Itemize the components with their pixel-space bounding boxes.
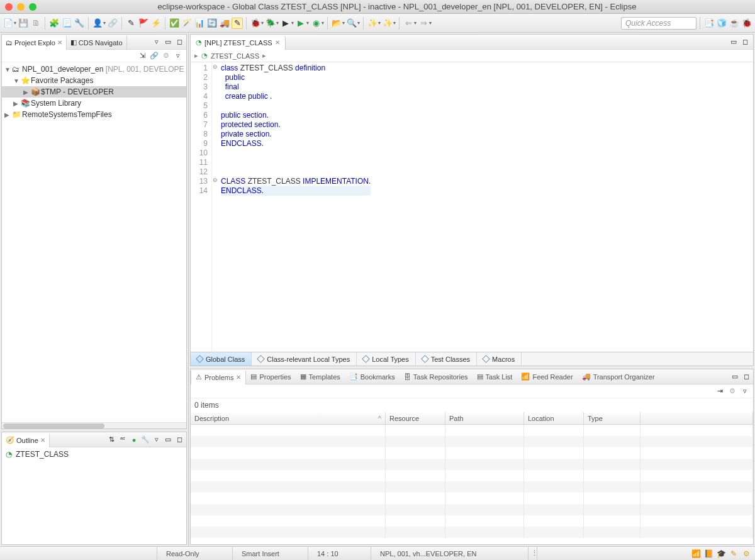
doc-icon[interactable]: 📃 xyxy=(61,18,72,29)
bottom-tab-transport-organizer[interactable]: 🚚Transport Organizer xyxy=(578,370,659,384)
tree-project-root[interactable]: ▼🗂 NPL_001_developer_en [NPL, 001, DEVEL… xyxy=(2,64,186,75)
close-icon[interactable]: ✕ xyxy=(275,39,280,46)
back-icon[interactable]: ⇐ xyxy=(403,18,414,29)
open-folder-icon[interactable]: 📂 xyxy=(331,18,342,29)
trace-icon[interactable]: 📊 xyxy=(194,18,205,29)
feed-icon[interactable]: 📶 xyxy=(691,549,701,559)
close-icon[interactable]: ✕ xyxy=(57,39,62,46)
breadcrumb-item[interactable]: ZTEST_CLASS xyxy=(211,52,259,60)
abap-open-icon[interactable]: 🧩 xyxy=(48,18,60,29)
maximize-icon[interactable]: ◻ xyxy=(175,38,184,47)
editor-subtab[interactable]: Local Types xyxy=(357,352,416,366)
minimize-icon[interactable]: ▭ xyxy=(164,435,172,444)
bottom-tab-properties[interactable]: ▤Properties xyxy=(246,370,295,384)
menu-icon[interactable]: ▿ xyxy=(174,51,182,60)
debug-icon[interactable]: 🐞 xyxy=(250,18,261,29)
chevron-down-icon[interactable]: ▿ xyxy=(152,38,161,47)
close-window[interactable] xyxy=(5,3,13,11)
code-content[interactable]: class ZTEST_CLASS definition public fina… xyxy=(212,62,371,352)
persp-debug-icon[interactable]: 🐞 xyxy=(741,18,752,29)
col-type[interactable]: Type xyxy=(584,412,640,424)
project-tree[interactable]: ▼🗂 NPL_001_developer_en [NPL, 001, DEVEL… xyxy=(2,62,186,422)
maximize-icon[interactable]: ◻ xyxy=(741,38,749,47)
user-icon[interactable]: 👤 xyxy=(92,18,103,29)
menu-icon[interactable]: ▿ xyxy=(741,387,749,396)
transport-icon[interactable]: 🚚 xyxy=(219,18,230,29)
minimize-icon[interactable]: ▭ xyxy=(730,372,739,381)
editor-subtab[interactable]: Class-relevant Local Types xyxy=(252,352,357,366)
check-flag-icon[interactable]: 🚩 xyxy=(138,18,149,29)
wand2-icon[interactable]: ✨ xyxy=(367,18,378,29)
cds-navigator-tab[interactable]: ◧ CDS Navigato xyxy=(67,36,127,50)
maximize-icon[interactable]: ◻ xyxy=(742,372,751,381)
editor-subtab[interactable]: Test Classes xyxy=(416,352,477,366)
code-editor[interactable]: 1234567891011121314 ⊖⊖ class ZTEST_CLASS… xyxy=(191,62,753,352)
tree-remote-systems[interactable]: ▶📁 RemoteSystemsTempFiles xyxy=(2,109,186,120)
zoom-window[interactable] xyxy=(29,3,36,11)
outline-tree[interactable]: ◔ ZTEST_CLASS xyxy=(2,447,186,544)
problems-table[interactable]: Description^ResourcePathLocationType xyxy=(191,412,753,544)
link-editor-icon[interactable]: 🔗 xyxy=(150,51,159,60)
bottom-tab-problems[interactable]: ⚠Problems✕ xyxy=(191,371,246,384)
outline-item[interactable]: ◔ ZTEST_CLASS xyxy=(2,449,186,460)
project-explorer-tab[interactable]: 🗂 Project Explo ✕ xyxy=(2,36,67,50)
bottom-tab-task-list[interactable]: ▤Task List xyxy=(473,370,517,384)
run-ext-icon[interactable]: ▶ xyxy=(295,18,306,29)
filter-icon[interactable]: ⚙ xyxy=(162,51,171,60)
gear-icon[interactable]: ⚙ xyxy=(728,387,737,396)
activate-icon[interactable]: ⚡ xyxy=(150,18,162,29)
save-all-icon[interactable]: 🗎 xyxy=(30,18,42,29)
link-icon[interactable]: 🔗 xyxy=(107,18,118,29)
fwd-icon[interactable]: ⇒ xyxy=(418,18,429,29)
bottom-tab-bookmarks[interactable]: 📑Bookmarks xyxy=(345,370,400,384)
col-location[interactable]: Location xyxy=(524,412,584,424)
tree-favorite-packages[interactable]: ▼⭐ Favorite Packages xyxy=(2,75,186,86)
gear2-icon[interactable]: ⚙ xyxy=(741,549,751,559)
new-icon[interactable]: 📄 xyxy=(3,18,14,29)
persp-java-icon[interactable]: ☕ xyxy=(729,18,740,29)
minimize-icon[interactable]: ▭ xyxy=(164,38,172,47)
dot-icon[interactable]: ● xyxy=(130,435,138,444)
filter2-icon[interactable]: ⇥ xyxy=(715,387,724,396)
bottom-tab-feed-reader[interactable]: 📶Feed Reader xyxy=(517,370,577,384)
edit-icon[interactable]: ✎ xyxy=(125,18,137,29)
edit-icon[interactable]: ✎ xyxy=(729,549,739,559)
persp-abap-icon[interactable]: 🧊 xyxy=(716,18,727,29)
quick-access-input[interactable]: Quick Access xyxy=(621,17,696,30)
tree-tmp-package[interactable]: ▶📦 $TMP - DEVELOPER xyxy=(2,86,186,98)
outline-tab[interactable]: 🧭 Outline ✕ xyxy=(2,434,50,447)
persp-open-icon[interactable]: 📑 xyxy=(703,18,715,29)
horizontal-scrollbar[interactable] xyxy=(2,422,186,428)
tool-icon[interactable]: 🔧 xyxy=(74,18,85,29)
col-path[interactable]: Path xyxy=(445,412,524,424)
save-icon[interactable]: 💾 xyxy=(18,18,29,29)
minimize-window[interactable] xyxy=(17,3,25,11)
wand-icon[interactable]: 🪄 xyxy=(181,18,193,29)
fold-column[interactable]: ⊖⊖ xyxy=(212,64,218,196)
unit-test-icon[interactable]: ✅ xyxy=(169,18,180,29)
close-icon[interactable]: ✕ xyxy=(236,374,241,381)
debug2-icon[interactable]: 🪲 xyxy=(265,18,276,29)
search-icon[interactable]: 🔍 xyxy=(346,18,357,29)
close-icon[interactable]: ✕ xyxy=(40,437,45,444)
coverage-icon[interactable]: ◉ xyxy=(310,18,322,29)
sort-icon[interactable]: ⇅ xyxy=(107,435,116,444)
run-icon[interactable]: ▶ xyxy=(280,18,291,29)
editor-subtab[interactable]: Global Class xyxy=(191,352,252,366)
tree-system-library[interactable]: ▶📚 System Library xyxy=(2,98,186,109)
bottom-tab-task-repositories[interactable]: 🗄Task Repositories xyxy=(400,370,473,384)
minimize-icon[interactable]: ▭ xyxy=(729,38,738,47)
book-icon[interactable]: 📙 xyxy=(703,549,713,559)
editor-subtab[interactable]: Macros xyxy=(477,352,522,366)
col-description[interactable]: Description^ xyxy=(191,412,386,424)
grad-icon[interactable]: 🎓 xyxy=(716,549,726,559)
bottom-tab-templates[interactable]: ▦Templates xyxy=(296,370,345,384)
wrench-icon[interactable]: 🔧 xyxy=(141,435,150,444)
wand3-icon[interactable]: ✨ xyxy=(382,18,393,29)
col-resource[interactable]: Resource xyxy=(386,412,445,424)
chevron-down-icon[interactable]: ▿ xyxy=(152,435,161,444)
editor-tab[interactable]: ◔ [NPL] ZTEST_CLASS ✕ xyxy=(191,36,286,50)
az-icon[interactable]: ᵃᶻ xyxy=(118,435,127,444)
refresh-icon[interactable]: 🔄 xyxy=(206,18,218,29)
collapse-icon[interactable]: ⇲ xyxy=(138,51,147,60)
